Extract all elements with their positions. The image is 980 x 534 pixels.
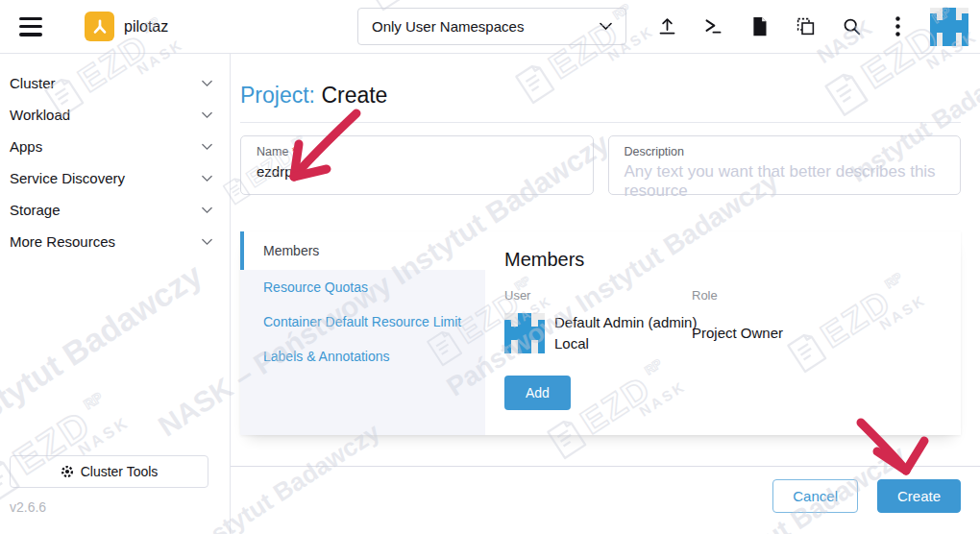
sidebar-nav: Cluster Workload Apps Service Discovery … (0, 54, 231, 534)
sidebar-item-more-resources[interactable]: More Resources (0, 226, 230, 257)
project-name-field[interactable]: Name * ezdrp (240, 135, 594, 195)
kubectl-shell-icon[interactable] (690, 8, 736, 46)
page-title: Project: Create (240, 83, 961, 109)
gear-icon (61, 465, 74, 478)
member-role: Project Owner (692, 325, 783, 341)
cluster-brand[interactable]: pilotaz (85, 12, 168, 41)
cluster-logo-icon (85, 12, 114, 41)
main-content: Project: Create Name * ezdrp Description… (231, 54, 980, 534)
menu-icon[interactable] (17, 16, 44, 37)
column-header-role: Role (692, 288, 718, 303)
tab-labels-annotations[interactable]: Labels & Annotations (240, 339, 485, 374)
user-avatar[interactable] (930, 8, 968, 46)
search-icon[interactable] (828, 8, 874, 46)
name-input-value[interactable]: ezdrp (257, 163, 577, 180)
sidebar-item-cluster[interactable]: Cluster (0, 67, 230, 99)
member-source: Local (554, 335, 589, 352)
namespace-filter-value: Only User Namespaces (372, 18, 592, 35)
required-asterisk: * (292, 145, 297, 158)
tab-resource-quotas[interactable]: Resource Quotas (240, 270, 485, 304)
member-avatar (504, 313, 545, 353)
footer-actions: Cancel Create (240, 467, 961, 513)
sidebar-item-workload[interactable]: Workload (0, 99, 230, 131)
chevron-down-icon (202, 206, 212, 214)
create-button[interactable]: Create (877, 479, 961, 513)
cluster-tools-button[interactable]: Cluster Tools (10, 455, 208, 488)
members-heading: Members (504, 249, 961, 271)
member-row: Default Admin (admin) Local Project Owne… (504, 312, 961, 354)
tab-members[interactable]: Members (240, 231, 485, 270)
chevron-down-icon (202, 238, 212, 246)
tab-list: Members Resource Quotas Container Defaul… (240, 231, 485, 435)
sidebar-item-service-discovery[interactable]: Service Discovery (0, 162, 230, 194)
chevron-down-icon (202, 175, 212, 182)
name-label: Name * (257, 145, 577, 158)
chevron-down-icon (600, 22, 612, 31)
rancher-app: pilotaz Only User Namespaces (0, 0, 980, 534)
members-panel: Members User Role Default Admin (admin) (485, 231, 961, 435)
description-label: Description (625, 145, 945, 158)
kebab-menu-icon[interactable] (874, 8, 920, 46)
chevron-down-icon (202, 80, 212, 87)
title-divider (240, 122, 961, 123)
members-table: User Role Default Admin (admin) Local (504, 288, 961, 354)
namespace-filter-select[interactable]: Only User Namespaces (357, 8, 626, 45)
cancel-button[interactable]: Cancel (772, 479, 858, 513)
copy-snapshot-icon[interactable] (782, 8, 828, 46)
description-input-placeholder[interactable]: Any text you want that better describes … (625, 162, 945, 201)
cluster-name: pilotaz (124, 18, 168, 36)
chevron-down-icon (202, 143, 212, 151)
column-header-user: User (504, 288, 692, 303)
settings-tab-card: Members Resource Quotas Container Defaul… (240, 231, 961, 435)
tab-container-default-resource-limit[interactable]: Container Default Resource Limit (240, 304, 485, 339)
member-name: Default Admin (admin) Local (554, 312, 697, 354)
top-header: pilotaz Only User Namespaces (0, 0, 980, 54)
chevron-down-icon (202, 111, 212, 119)
yaml-file-icon[interactable] (736, 8, 782, 46)
import-yaml-icon[interactable] (644, 8, 690, 46)
version-label: v2.6.6 (10, 499, 46, 515)
add-member-button[interactable]: Add (504, 376, 571, 410)
project-description-field[interactable]: Description Any text you want that bette… (608, 135, 962, 195)
sidebar-item-apps[interactable]: Apps (0, 131, 230, 162)
sidebar-item-storage[interactable]: Storage (0, 194, 230, 226)
